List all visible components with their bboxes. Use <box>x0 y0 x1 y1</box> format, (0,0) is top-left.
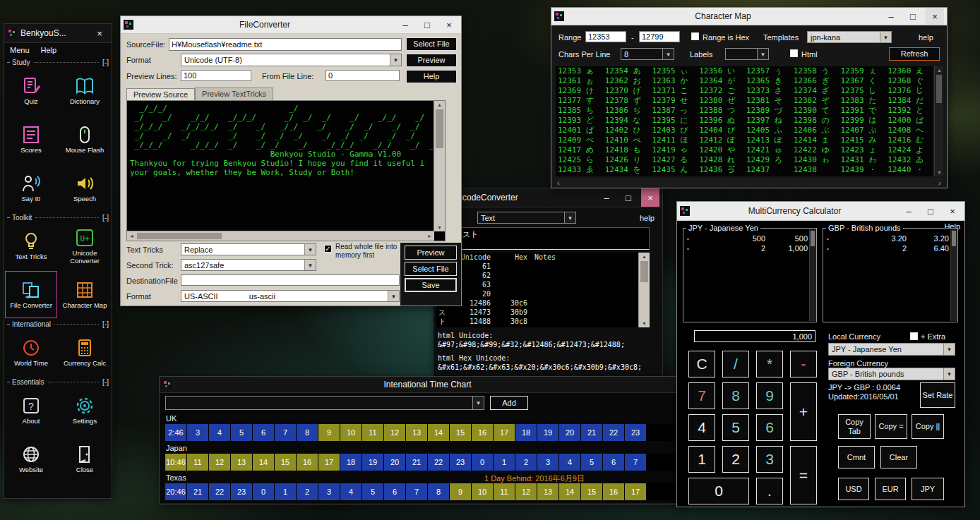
launcher-item-unicode-converter[interactable]: U+ Unicode Converter <box>58 222 112 270</box>
launcher-item-file-converter[interactable]: File Converter <box>4 270 58 319</box>
second-trick-dropdown[interactable]: asc127safe ▾ <box>181 259 316 271</box>
launcher-item-settings[interactable]: Settings <box>58 386 112 435</box>
help-link[interactable]: help <box>640 214 655 222</box>
scroll-down-icon[interactable]: ▼ <box>935 169 944 176</box>
range-hex-checkbox[interactable] <box>691 32 699 40</box>
minimize-button[interactable]: – <box>597 188 616 207</box>
scroll-right-icon[interactable]: ► <box>425 232 434 240</box>
copy-bars-button[interactable]: Copy || <box>912 414 944 439</box>
scroll-up-icon[interactable]: ▲ <box>640 253 649 260</box>
extra-checkbox[interactable] <box>910 332 918 340</box>
maximize-button[interactable]: □ <box>904 8 922 25</box>
range-from-input[interactable] <box>585 31 626 42</box>
menu-item-menu[interactable]: Menu <box>10 46 30 54</box>
maximize-button[interactable]: □ <box>619 188 638 207</box>
launcher-item-quiz[interactable]: Quiz <box>4 66 58 115</box>
copy-equals-button[interactable]: Copy = <box>875 414 907 439</box>
jpy-button[interactable]: JPY <box>912 478 944 500</box>
close-button[interactable]: × <box>90 24 109 42</box>
calc-key[interactable]: 0 <box>688 478 749 504</box>
preview-lines-input[interactable] <box>181 70 251 81</box>
calc-key[interactable]: 4 <box>688 414 715 441</box>
charmap-vscrollbar[interactable]: ▲ ▼ <box>934 66 943 176</box>
launcher-item-mouse-flash[interactable]: Mouse Flash <box>58 115 112 164</box>
sourcefile-input[interactable] <box>169 38 402 51</box>
copy-tab-button[interactable]: Copy Tab <box>838 414 871 439</box>
format2-dropdown[interactable]: US-ASCII us-ascii ▾ <box>181 290 400 302</box>
launcher-item-say-it[interactable]: Say It! <box>4 164 58 212</box>
preview-button[interactable]: Preview <box>406 54 457 67</box>
scroll-down-icon[interactable]: ▼ <box>435 224 444 231</box>
launcher-item-about[interactable]: ? About <box>4 386 58 435</box>
preview-vscrollbar[interactable]: ▲ ▼ <box>434 101 445 231</box>
select-file2-button[interactable]: Select File <box>405 262 457 276</box>
calc-key[interactable]: C <box>688 351 715 377</box>
menu-item-help[interactable]: Help <box>41 46 57 54</box>
launcher-item-currency-calc[interactable]: Currency Calc <box>58 328 112 377</box>
preview-hscrollbar[interactable]: ◄ ► <box>127 231 434 241</box>
tab-preview-texttricks[interactable]: Preview TextTricks <box>195 87 273 100</box>
add-button[interactable]: Add <box>490 396 528 410</box>
calc-key[interactable]: 8 <box>722 382 749 409</box>
html-checkbox[interactable] <box>790 49 798 57</box>
scrollbar-thumb[interactable] <box>811 231 815 246</box>
calculator-display[interactable]: 1,000 <box>694 330 815 342</box>
scroll-left-icon[interactable]: ◄ <box>127 232 136 240</box>
calc-key[interactable]: / <box>722 351 749 377</box>
preview2-button[interactable]: Preview <box>405 246 457 260</box>
calc-key[interactable]: 6 <box>756 414 783 441</box>
destination-input[interactable] <box>181 274 400 286</box>
refresh-button[interactable]: Refresh <box>889 47 940 61</box>
panel-scrollbar[interactable] <box>809 229 816 321</box>
launcher-item-dictionary[interactable]: Dictionary <box>58 66 112 115</box>
unicode-input-area[interactable]: abc テスト <box>436 227 650 250</box>
launcher-item-speech[interactable]: Speech <box>58 164 112 212</box>
scrollbar-thumb[interactable] <box>436 109 443 148</box>
launcher-item-scores[interactable]: Scores <box>4 115 58 164</box>
scrollbar-thumb[interactable] <box>952 231 956 246</box>
local-currency-dropdown[interactable]: JPY - Japanese Yen ▾ <box>828 343 955 356</box>
calc-key[interactable]: 1 <box>688 446 715 473</box>
range-to-input[interactable] <box>639 31 680 42</box>
scrollbar-thumb[interactable] <box>640 261 648 282</box>
launcher-item-world-time[interactable]: World Time <box>4 328 58 377</box>
format-dropdown[interactable]: Unicode (UTF-8) ▾ <box>181 54 402 66</box>
calc-key[interactable]: - <box>790 351 817 377</box>
from-line-input[interactable] <box>325 70 400 81</box>
memory-checkbox[interactable]: ✓ <box>324 245 332 253</box>
maximize-button[interactable]: □ <box>921 202 940 220</box>
launcher-item-website[interactable]: Website <box>4 435 58 483</box>
timezone-dropdown[interactable]: ▾ <box>165 396 484 410</box>
close-button[interactable]: × <box>641 188 659 207</box>
calc-key[interactable]: 3 <box>756 446 783 473</box>
clear-button[interactable]: Clear <box>880 446 917 468</box>
close-button[interactable]: × <box>926 8 944 25</box>
select-file-button[interactable]: Select File <box>406 37 457 51</box>
minimize-button[interactable]: – <box>882 8 900 25</box>
minimize-button[interactable]: – <box>396 16 414 33</box>
calc-key[interactable]: 2 <box>722 446 749 473</box>
calc-key[interactable]: . <box>756 478 783 504</box>
usd-button[interactable]: USD <box>838 478 869 500</box>
scrollbar-thumb[interactable] <box>936 75 942 103</box>
scroll-up-icon[interactable]: ▲ <box>935 66 944 74</box>
close-button[interactable]: × <box>440 16 458 33</box>
save-button[interactable]: Save <box>405 278 457 292</box>
results-scrollbar[interactable]: ▲ ▼ <box>638 253 650 327</box>
labels-dropdown[interactable]: ▾ <box>725 48 769 60</box>
help-button[interactable]: Help <box>406 70 457 83</box>
eur-button[interactable]: EUR <box>875 478 906 500</box>
calc-key[interactable]: 9 <box>756 382 783 409</box>
calc-key[interactable]: 7 <box>688 382 715 409</box>
charmap-hscrollbar[interactable]: ‹ › <box>556 178 943 187</box>
text-tricks-dropdown[interactable]: Replace ▾ <box>181 243 316 255</box>
help-link[interactable]: help <box>919 33 933 42</box>
type-dropdown[interactable]: Text ▾ <box>477 212 576 224</box>
collapse-toggle[interactable]: [-] <box>102 320 109 328</box>
minimize-button[interactable]: – <box>900 202 918 220</box>
scroll-up-icon[interactable]: ▲ <box>435 101 444 109</box>
collapse-toggle[interactable]: [-] <box>102 214 109 222</box>
foreign-currency-dropdown[interactable]: GBP - British pounds ▾ <box>828 368 955 380</box>
panel-scrollbar[interactable] <box>950 229 957 321</box>
collapse-toggle[interactable]: [-] <box>102 378 109 386</box>
